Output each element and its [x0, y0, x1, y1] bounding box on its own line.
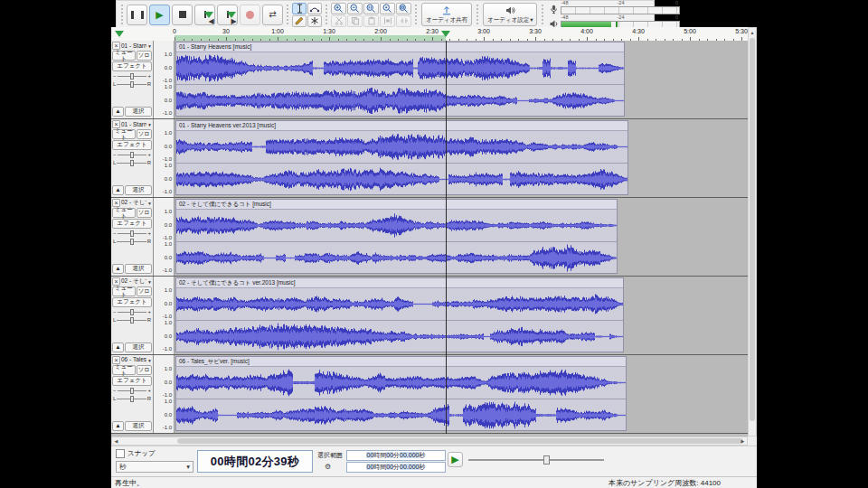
- track-waveform-area[interactable]: 02 - そして僕にできるコト [music]: [175, 198, 748, 276]
- playhead-marker-icon[interactable]: [441, 31, 450, 37]
- collapse-button[interactable]: ▲: [112, 421, 124, 431]
- gain-slider[interactable]: − +: [112, 387, 152, 394]
- toolbar-grip[interactable]: [476, 5, 478, 24]
- select-button[interactable]: 選択: [125, 421, 152, 431]
- pan-slider-thumb[interactable]: [130, 160, 134, 166]
- toolbar-grip[interactable]: [542, 5, 543, 24]
- vertical-scrollbar-thumb[interactable]: [750, 38, 755, 421]
- collapse-button[interactable]: ▲: [112, 343, 124, 352]
- zoom-selection-button[interactable]: [363, 3, 379, 14]
- record-button[interactable]: [240, 5, 260, 25]
- share-audio-button[interactable]: オーディオ共有: [421, 3, 472, 26]
- track-menu-caret-icon[interactable]: ▼: [147, 279, 152, 285]
- gain-slider-thumb[interactable]: [130, 388, 134, 394]
- track-menu-caret-icon[interactable]: ▼: [147, 201, 152, 206]
- mute-button[interactable]: ミュート: [112, 365, 136, 375]
- toolbar-grip[interactable]: [326, 5, 327, 24]
- pan-slider-track[interactable]: [117, 81, 146, 88]
- waveform-channel-right[interactable]: [176, 399, 626, 431]
- clip-title[interactable]: 01 - Starry Heavens [music]: [176, 42, 624, 52]
- gain-slider[interactable]: − +: [112, 308, 152, 315]
- mute-button[interactable]: ミュート: [112, 129, 136, 139]
- gain-slider[interactable]: − +: [112, 72, 152, 80]
- clip-title[interactable]: 02 - そして僕にできるコト ver.2013 [music]: [176, 278, 623, 288]
- selection-start-field[interactable]: 00時間00分00.000秒: [346, 450, 446, 461]
- silence-button[interactable]: [396, 15, 411, 27]
- effects-button[interactable]: エフェクト: [112, 61, 152, 71]
- effects-button[interactable]: エフェクト: [112, 297, 152, 307]
- recording-meter-bar[interactable]: [561, 6, 680, 14]
- track-menu-caret-icon[interactable]: ▼: [147, 358, 152, 363]
- select-button[interactable]: 選択: [125, 264, 152, 274]
- stop-button[interactable]: [172, 5, 193, 25]
- skip-to-end-button[interactable]: ▶: [217, 5, 238, 25]
- play-at-speed-button[interactable]: ▶: [448, 452, 463, 467]
- scroll-right-arrow-icon[interactable]: ▶: [739, 438, 747, 444]
- track-waveform-area[interactable]: 06 - Tales_サビver. [music]: [175, 355, 748, 433]
- toolbar-grip[interactable]: [287, 5, 288, 24]
- collapse-button[interactable]: ▲: [112, 107, 124, 117]
- gain-slider-track[interactable]: [118, 73, 147, 80]
- pan-slider-track[interactable]: [117, 396, 146, 402]
- ruler-scale[interactable]: 0301:001:302:002:303:003:304:004:305:005…: [175, 27, 748, 41]
- audio-clip[interactable]: 02 - そして僕にできるコト ver.2013 [music]: [175, 277, 624, 352]
- pan-slider-thumb[interactable]: [130, 396, 134, 402]
- audio-clip[interactable]: 02 - そして僕にできるコト [music]: [175, 199, 618, 274]
- audio-clip[interactable]: 01 - Starry Heavens [music]: [175, 42, 625, 117]
- pinned-playhead-icon[interactable]: [115, 31, 124, 37]
- copy-button[interactable]: [347, 15, 363, 27]
- pan-slider-track[interactable]: [117, 160, 146, 166]
- pan-slider-thumb[interactable]: [130, 239, 134, 245]
- waveform-channel-right[interactable]: [176, 321, 623, 352]
- select-button[interactable]: 選択: [125, 343, 152, 352]
- mute-button[interactable]: ミュート: [112, 51, 136, 61]
- envelope-tool-button[interactable]: [307, 3, 322, 14]
- audio-position-display[interactable]: 00時間02分39秒: [197, 450, 313, 473]
- waveform-channel-right[interactable]: [176, 85, 624, 117]
- trim-button[interactable]: [380, 15, 395, 27]
- track-menu-caret-icon[interactable]: ▼: [147, 122, 152, 127]
- clip-title[interactable]: 06 - Tales_サビver. [music]: [176, 357, 626, 367]
- selection-tool-button[interactable]: [292, 3, 307, 14]
- pan-slider-thumb[interactable]: [130, 81, 134, 88]
- pan-slider[interactable]: L R: [112, 238, 152, 245]
- waveform-channel-right[interactable]: [176, 242, 617, 274]
- snap-checkbox[interactable]: スナップ: [116, 449, 193, 458]
- toolbar-grip[interactable]: [415, 5, 417, 24]
- cut-button[interactable]: [331, 15, 346, 27]
- settings-gear-icon[interactable]: ⚙: [317, 463, 344, 471]
- playback-speed-slider[interactable]: [468, 455, 604, 465]
- collapse-button[interactable]: ▲: [112, 185, 124, 195]
- pan-slider-thumb[interactable]: [130, 317, 134, 324]
- snap-unit-select[interactable]: 秒 ▾: [116, 461, 193, 473]
- waveform-channel-right[interactable]: [176, 164, 627, 195]
- gain-slider-thumb[interactable]: [130, 309, 134, 315]
- select-button[interactable]: 選択: [125, 185, 152, 195]
- track-name-label[interactable]: 01 - Starry Heavens: [121, 42, 146, 49]
- speed-slider-thumb[interactable]: [543, 455, 550, 465]
- solo-button[interactable]: ソロ: [137, 51, 152, 61]
- gain-slider-track[interactable]: [118, 230, 147, 237]
- mute-button[interactable]: ミュート: [112, 286, 136, 296]
- paste-button[interactable]: [363, 15, 379, 27]
- loop-button[interactable]: ⇄: [262, 5, 283, 25]
- zoom-out-button[interactable]: [347, 3, 363, 14]
- effects-button[interactable]: エフェクト: [112, 376, 152, 386]
- scroll-left-arrow-icon[interactable]: ◀: [112, 438, 120, 444]
- pause-button[interactable]: [127, 5, 147, 25]
- waveform-channel-left[interactable]: [176, 210, 617, 241]
- draw-tool-button[interactable]: [292, 15, 307, 27]
- horizontal-scrollbar-thumb[interactable]: [177, 438, 743, 444]
- track-waveform-area[interactable]: 01 - Starry Heavens [music]: [175, 41, 748, 118]
- toolbar-grip[interactable]: [121, 5, 123, 24]
- gain-slider-track[interactable]: [118, 152, 147, 158]
- horizontal-scrollbar[interactable]: ◀ ▶: [111, 436, 748, 446]
- track-menu-caret-icon[interactable]: ▼: [147, 43, 152, 49]
- track-name-label[interactable]: 01 - Starry Heavens ver.2013: [121, 121, 146, 127]
- solo-button[interactable]: ソロ: [137, 208, 152, 218]
- pan-slider[interactable]: L R: [112, 395, 152, 402]
- waveform-channel-left[interactable]: [176, 131, 627, 163]
- scroll-up-arrow-icon[interactable]: ▲: [749, 28, 756, 37]
- pan-slider-track[interactable]: [117, 239, 146, 245]
- waveform-channel-left[interactable]: [176, 288, 623, 320]
